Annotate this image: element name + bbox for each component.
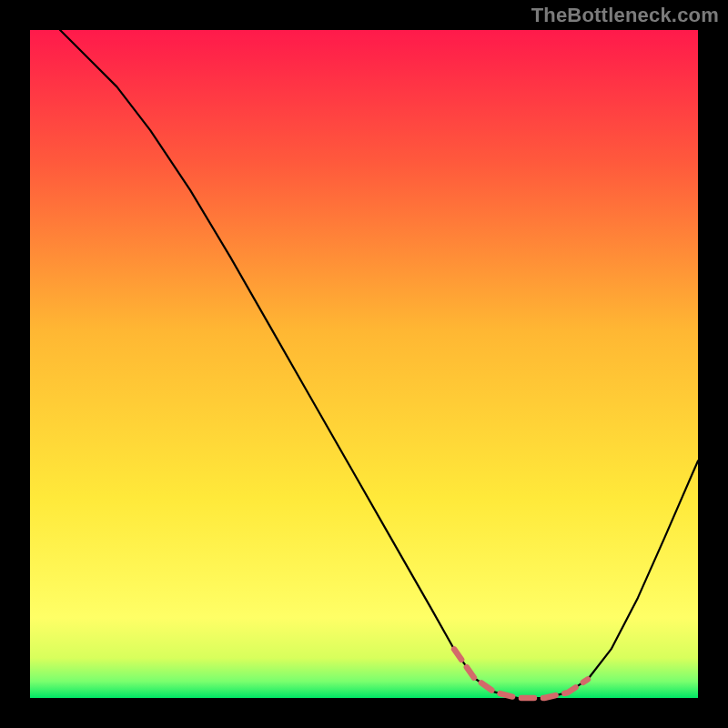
attribution-label: TheBottleneck.com [531, 4, 719, 27]
chart-container: TheBottleneck.com [0, 0, 728, 728]
plot-background [30, 30, 698, 698]
bottleneck-chart [0, 0, 728, 728]
